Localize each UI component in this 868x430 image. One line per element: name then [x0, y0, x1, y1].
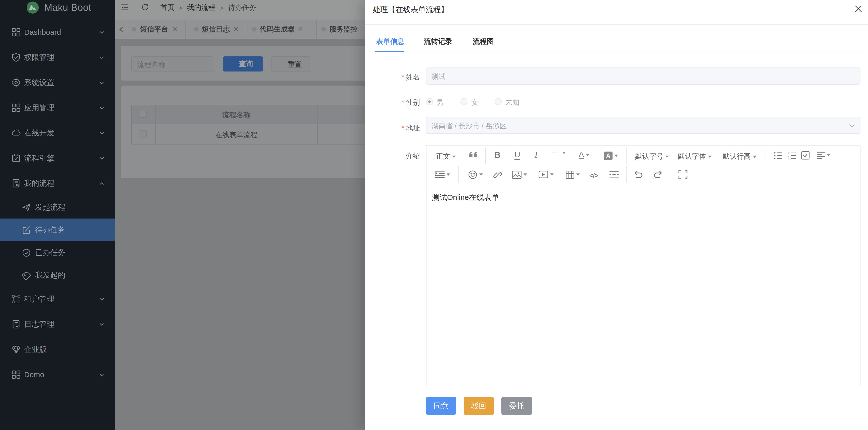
- svg-text:3: 3: [788, 157, 789, 160]
